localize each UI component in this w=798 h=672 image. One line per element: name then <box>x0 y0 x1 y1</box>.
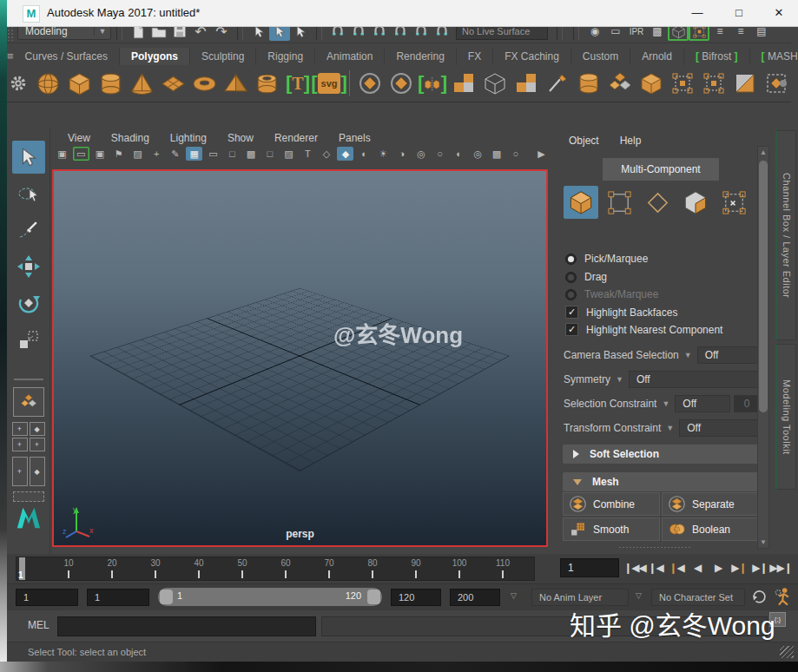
two-d-pan-zoom-icon[interactable]: + <box>148 147 165 161</box>
film-gate-icon[interactable]: ▭ <box>73 147 89 161</box>
chevron-down-icon[interactable]: ▼ <box>684 351 692 359</box>
edge-mode-button[interactable] <box>640 186 675 219</box>
shelf-tab-fx-caching[interactable]: FX Caching <box>493 48 571 65</box>
tab-channel-box-layer-editor[interactable]: Channel Box / Layer Editor <box>775 130 796 340</box>
multi-cut-tool[interactable] <box>543 69 572 98</box>
shaded-mode-icon[interactable]: ◆ <box>337 147 353 161</box>
panel-scrollbar[interactable]: ▲ ▼ <box>757 146 769 549</box>
shelf-tab-animation[interactable]: Animation <box>315 48 385 65</box>
command-language-label[interactable]: MEL <box>28 619 49 631</box>
step-back-key-button[interactable]: ❙◀ <box>667 557 686 578</box>
anim-layer-selector[interactable]: No Anim Layer <box>531 589 629 606</box>
play-forwards-button[interactable]: ▶ <box>709 557 728 578</box>
fold-tool[interactable] <box>730 69 760 98</box>
multisampling-icon[interactable]: ◐ <box>451 147 467 161</box>
chevron-down-icon[interactable]: ▼ <box>666 424 674 432</box>
minimize-button[interactable]: — <box>684 3 710 23</box>
shelf-tab-rigging[interactable]: Rigging <box>256 48 315 65</box>
layout-outliner-button[interactable] <box>13 491 44 502</box>
poly-cylinder-tool[interactable] <box>96 69 125 98</box>
layout-two-pane-button[interactable]: +◆ <box>12 457 45 486</box>
menu-help[interactable]: Help <box>620 135 642 147</box>
shelf-tab-arnold[interactable]: Arnold <box>630 48 684 65</box>
mirror-tool[interactable]: [] <box>418 69 447 98</box>
checkbox-highlight-backfaces[interactable]: ✓ Highlight Backfaces <box>565 306 677 319</box>
rotate-tool-button[interactable] <box>12 287 45 320</box>
vertex-mode-button[interactable] <box>602 186 636 219</box>
xray-icon[interactable]: ○ <box>507 147 524 161</box>
layout-four-pane-button[interactable]: +◆ ++ <box>12 422 45 451</box>
command-input-field[interactable] <box>57 616 316 636</box>
scroll-down-icon[interactable]: ▼ <box>758 538 768 546</box>
smooth-mesh-tool[interactable] <box>511 69 541 98</box>
soft-selection-header[interactable]: Soft Selection <box>563 445 761 464</box>
select-tool-button[interactable] <box>12 141 45 174</box>
screen-space-ao-icon[interactable]: ◎ <box>413 147 430 161</box>
tab-modeling-toolkit[interactable]: Modeling Toolkit <box>775 344 796 490</box>
camera-icon[interactable]: ▣ <box>54 147 70 161</box>
shelf-gear-icon[interactable] <box>5 69 31 98</box>
bridge-tool[interactable] <box>699 69 729 98</box>
poly-plane-tool[interactable] <box>158 69 188 98</box>
layout-single-pane-button[interactable] <box>13 387 44 417</box>
playback-options-icon[interactable] <box>750 588 768 606</box>
panel-menu-panels[interactable]: Panels <box>339 132 371 144</box>
paint-select-tool-button[interactable] <box>12 214 45 247</box>
combine-button[interactable]: Combine <box>563 492 660 516</box>
poly-cube-tool[interactable] <box>64 69 94 98</box>
platonic-solid-tool[interactable] <box>386 69 416 98</box>
sphere-project-tool[interactable] <box>355 69 385 98</box>
smooth-button[interactable]: Smooth <box>563 517 660 541</box>
poly-cone-tool[interactable] <box>127 69 156 98</box>
current-frame-field[interactable]: 1 <box>560 558 619 577</box>
close-button[interactable]: ✕ <box>766 3 792 23</box>
use-all-lights-icon[interactable]: ☀ <box>375 147 392 161</box>
time-slider[interactable]: 1 10 20 30 40 50 60 70 80 90 100 110 120 <box>16 557 535 581</box>
animation-start-field[interactable]: 1 <box>16 589 78 606</box>
chevron-down-icon[interactable]: ▽ <box>511 591 517 600</box>
poly-text-tool[interactable]: [T] <box>283 69 313 98</box>
film-gate-toggle-icon[interactable]: ▭ <box>205 147 221 161</box>
step-back-frame-button[interactable]: ❙◀ <box>646 557 665 578</box>
maximize-button[interactable]: □ <box>726 3 752 23</box>
bevel-tool[interactable] <box>636 69 666 98</box>
camera-attributes-icon[interactable]: ▣ <box>92 147 109 161</box>
shelf-tab-fx[interactable]: FX <box>457 48 493 65</box>
resolution-gate-icon[interactable]: □ <box>224 147 241 161</box>
bookmark-icon[interactable]: ⚑ <box>110 147 127 161</box>
field-chart-icon[interactable]: □ <box>261 147 278 161</box>
scale-tool-button[interactable] <box>12 323 45 356</box>
playback-end-field[interactable]: 120 <box>391 589 441 606</box>
poly-pipe-tool[interactable] <box>252 69 281 98</box>
camera-based-selection-value[interactable]: Off <box>697 346 760 364</box>
reduce-tool[interactable] <box>449 69 478 98</box>
select-arrow-icon[interactable]: ▶ <box>533 147 550 161</box>
symmetrize-tool[interactable] <box>762 69 791 98</box>
step-forward-key-button[interactable]: ▶❙ <box>729 557 749 578</box>
menu-object[interactable]: Object <box>569 135 599 147</box>
scroll-up-icon[interactable]: ▲ <box>758 148 768 156</box>
transform-constraint-value[interactable]: Off <box>679 419 760 437</box>
character-set-selector[interactable]: No Character Set <box>651 589 745 606</box>
shelf-tab-rendering[interactable]: Rendering <box>385 48 456 65</box>
face-mode-button[interactable] <box>678 186 713 219</box>
grease-pencil-icon[interactable]: ✎ <box>168 147 184 161</box>
shelf-tab-custom[interactable]: Custom <box>571 48 630 65</box>
poly-torus-tool[interactable] <box>189 69 219 98</box>
panel-menu-renderer[interactable]: Renderer <box>274 132 318 144</box>
move-tool-button[interactable] <box>12 250 45 283</box>
depth-of-field-icon[interactable]: ◎ <box>470 147 486 161</box>
viewport-canvas[interactable]: @玄冬Wong persp y x z <box>52 169 548 547</box>
chevron-down-icon[interactable]: ▼ <box>662 399 669 408</box>
grid-toggle-icon[interactable]: ▦ <box>186 147 202 161</box>
safe-title-icon[interactable]: T <box>300 147 316 161</box>
go-to-end-button[interactable]: ▶▶❙ <box>771 557 790 578</box>
isolate-select-icon[interactable]: ▩ <box>489 147 505 161</box>
selection-constraint-extra-field[interactable]: 0 <box>734 395 760 412</box>
scrollbar-thumb[interactable] <box>759 161 768 412</box>
image-plane-icon[interactable]: ▨ <box>129 147 146 161</box>
shelf-menu-icon[interactable]: ≡ <box>7 49 14 63</box>
chevron-down-icon[interactable]: ▼ <box>616 375 623 384</box>
mesh-section-header[interactable]: Mesh <box>563 472 761 491</box>
shelf-tab-polygons[interactable]: Polygons <box>120 48 190 65</box>
